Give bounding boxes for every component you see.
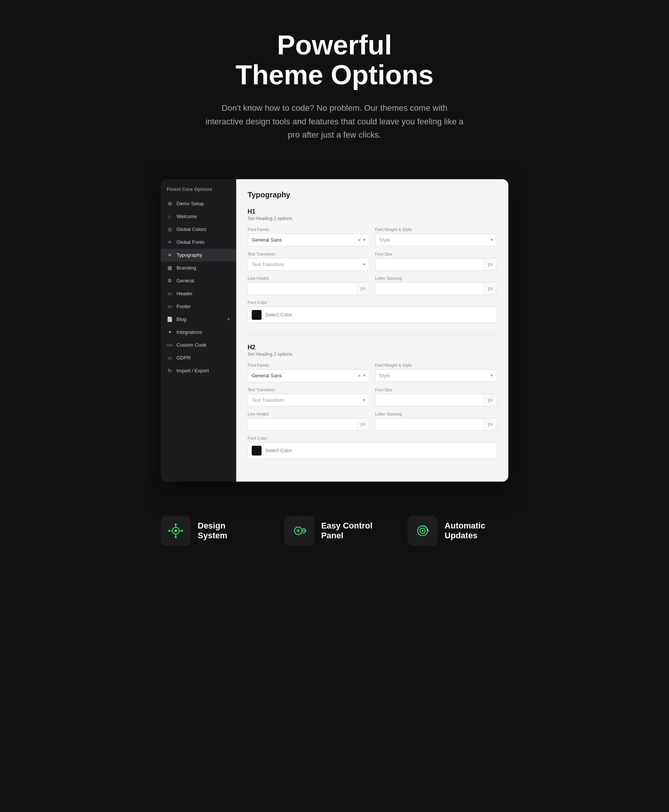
- h1-color-field[interactable]: Select Color: [247, 307, 497, 323]
- design-system-text: Design System: [198, 521, 227, 541]
- custom-code-icon: </>: [167, 342, 173, 348]
- h1-line-height-value[interactable]: 100: [248, 283, 356, 294]
- sidebar-item-general[interactable]: ⚙ General: [161, 274, 236, 287]
- sidebar: Finest Core Options ⊞ Demo Setup ⌂ Welco…: [161, 179, 236, 482]
- general-icon: ⚙: [167, 278, 173, 284]
- h2-font-color-label: Font Color: [247, 436, 497, 440]
- h1-text-transform-value: Text Transform: [252, 262, 363, 267]
- h2-font-size-value[interactable]: 80: [375, 394, 484, 406]
- hero-section: Powerful Theme Options Don't know how to…: [146, 0, 523, 164]
- h1-letter-spacing-input[interactable]: -2 px: [375, 282, 497, 295]
- sidebar-label-custom-code: Custom Code: [176, 342, 207, 348]
- easy-control-text: Easy Control Panel: [321, 521, 373, 541]
- h2-transform-size-row: Text Transform Text Transform ▾ Font Siz…: [247, 387, 497, 406]
- h2-text-transform-control[interactable]: Text Transform ▾: [247, 394, 370, 406]
- welcome-icon: ⌂: [167, 214, 173, 220]
- h1-color-swatch: [252, 310, 262, 320]
- h2-letter-spacing-value[interactable]: -2: [375, 419, 484, 430]
- design-system-icon-box: [161, 516, 191, 546]
- h1-text-transform-field: Text Transform Text Transform ▾: [247, 252, 370, 271]
- h2-font-size-input[interactable]: 80 px: [375, 394, 497, 406]
- h2-font-family-clear-icon[interactable]: ×: [358, 373, 361, 379]
- h1-letter-spacing-value[interactable]: -2: [375, 283, 484, 294]
- hero-subtitle: Don't know how to code? No problem. Our …: [202, 101, 467, 141]
- h1-font-family-clear-icon[interactable]: ×: [358, 237, 361, 243]
- h2-font-family-field: Font Family General Sans × ▾: [247, 363, 370, 382]
- h2-subtext: Set Heading 2 options.: [247, 351, 497, 357]
- h2-text-transform-label: Text Transform: [247, 387, 370, 392]
- sidebar-item-global-fonts[interactable]: ≡ Global Fonts: [161, 236, 236, 249]
- demo-setup-icon: ⊞: [167, 201, 173, 207]
- h1-text-transform-control[interactable]: Text Transform ▾: [247, 258, 370, 271]
- sidebar-item-blog[interactable]: 📄 Blog ▾: [161, 313, 236, 326]
- app-window: Finest Core Options ⊞ Demo Setup ⌂ Welco…: [161, 179, 508, 482]
- h1-letter-spacing-field: Letter Spacing -2 px: [375, 276, 497, 295]
- sidebar-item-gdpr[interactable]: ▭ GDPR: [161, 351, 236, 365]
- h2-text-transform-arrow-icon: ▾: [363, 398, 365, 403]
- h2-text-transform-field: Text Transform Text Transform ▾: [247, 387, 370, 406]
- h1-font-size-field: Font Size 110 px: [375, 252, 497, 271]
- panel-title: Typography: [247, 190, 497, 199]
- h1-font-family-control[interactable]: General Sans × ▾: [247, 234, 370, 247]
- auto-updates-text: Automatic Updates: [444, 521, 485, 541]
- global-fonts-icon: ≡: [167, 239, 173, 245]
- design-system-title: Design System: [198, 521, 227, 541]
- h1-font-size-label: Font Size: [375, 252, 497, 256]
- h2-font-weight-control[interactable]: Style ▾: [375, 369, 497, 382]
- h2-line-height-input[interactable]: 80 px: [247, 418, 370, 430]
- h1-font-weight-control[interactable]: Style ▾: [375, 234, 497, 246]
- sidebar-item-integrations[interactable]: ✦ Integrations: [161, 326, 236, 339]
- h1-font-size-value[interactable]: 110: [375, 259, 484, 270]
- h1-heading: H1: [247, 208, 497, 215]
- h2-font-family-control[interactable]: General Sans × ▾: [247, 369, 370, 382]
- h1-transform-size-row: Text Transform Text Transform ▾ Font Siz…: [247, 252, 497, 271]
- h1-text-transform-label: Text Transform: [247, 252, 370, 256]
- sidebar-label-general: General: [176, 278, 194, 284]
- h1-font-weight-arrow-icon: ▾: [491, 237, 493, 242]
- design-system-icon: [168, 523, 184, 539]
- sidebar-item-demo-setup[interactable]: ⊞ Demo Setup: [161, 197, 236, 210]
- main-panel: Typography H1 Set Heading 1 options. Fon…: [236, 179, 508, 482]
- feature-easy-control: Easy Control Panel: [284, 516, 385, 546]
- h1-letter-spacing-label: Letter Spacing: [375, 276, 497, 281]
- sidebar-label-footer: Footer: [176, 304, 191, 309]
- sidebar-item-header[interactable]: ▭ Header: [161, 287, 236, 300]
- blog-chevron-icon: ▾: [227, 317, 230, 322]
- sidebar-item-welcome[interactable]: ⌂ Welcome: [161, 210, 236, 223]
- h2-color-field[interactable]: Select Color: [247, 442, 497, 459]
- h1-line-height-input[interactable]: 100 px: [247, 282, 370, 295]
- h1-line-letter-row: Line Height 100 px Letter Spacing -2 px: [247, 276, 497, 295]
- h1-line-height-unit: px: [356, 283, 369, 294]
- sidebar-item-footer[interactable]: ▭ Footer: [161, 300, 236, 313]
- sidebar-item-custom-code[interactable]: </> Custom Code: [161, 339, 236, 351]
- h2-font-weight-value: Style: [379, 373, 491, 378]
- h2-font-size-unit: px: [484, 394, 497, 406]
- sidebar-label-blog: Blog: [176, 316, 187, 322]
- h2-line-letter-row: Line Height 80 px Letter Spacing -2 px: [247, 412, 497, 430]
- branding-icon: ▦: [167, 265, 173, 271]
- sidebar-item-branding[interactable]: ▦ Branding: [161, 262, 236, 274]
- feature-auto-updates: Automatic Updates: [407, 516, 508, 546]
- integrations-icon: ✦: [167, 329, 173, 335]
- h1-color-placeholder: Select Color: [266, 312, 292, 318]
- h1-font-size-input[interactable]: 110 px: [375, 258, 497, 271]
- easy-control-icon-box: [284, 516, 314, 546]
- h2-color-swatch: [252, 446, 262, 456]
- h2-letter-spacing-input[interactable]: -2 px: [375, 418, 497, 430]
- svg-point-6: [175, 523, 177, 525]
- h2-line-height-value[interactable]: 80: [248, 419, 356, 430]
- h2-font-size-label: Font Size: [375, 387, 497, 392]
- sidebar-label-global-fonts: Global Fonts: [176, 239, 205, 245]
- h1-font-family-row: Font Family General Sans × ▾ Font Weight…: [247, 227, 497, 247]
- sidebar-item-global-colors[interactable]: ◎ Global Colors: [161, 223, 236, 236]
- sidebar-label-branding: Branding: [176, 265, 196, 271]
- sidebar-item-typography[interactable]: ≡ Typography: [161, 249, 236, 262]
- auto-updates-icon-box: [407, 516, 438, 546]
- h1-font-family-value: General Sans: [252, 237, 358, 243]
- h2-font-weight-arrow-icon: ▾: [491, 373, 493, 378]
- h2-font-family-value: General Sans: [252, 373, 358, 378]
- svg-point-8: [168, 530, 170, 531]
- h1-font-color-label: Font Color: [247, 300, 497, 305]
- h1-section: H1 Set Heading 1 options. Font Family Ge…: [247, 208, 497, 323]
- sidebar-item-import-export[interactable]: ↻ Import / Export: [161, 365, 236, 377]
